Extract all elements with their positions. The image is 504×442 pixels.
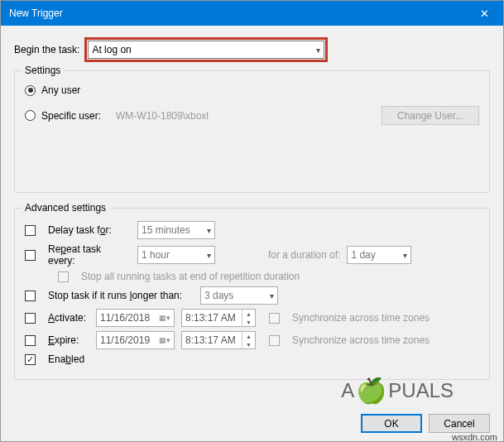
delay-label: Delay task for: bbox=[48, 224, 131, 236]
expire-time: 8:13:17 AM bbox=[185, 334, 236, 346]
stop-longer-row: Stop task if it runs longer than: 3 days… bbox=[25, 286, 479, 305]
watermark-leaf-icon: 🍏 bbox=[356, 376, 386, 405]
window-title: New Trigger bbox=[9, 7, 63, 19]
settings-title: Settings bbox=[22, 65, 64, 76]
advanced-title: Advanced settings bbox=[22, 202, 109, 214]
expire-sync-checkbox bbox=[269, 335, 280, 346]
enabled-label: Enabled bbox=[48, 353, 84, 365]
begin-task-label: Begin the task: bbox=[14, 44, 79, 55]
delay-checkbox[interactable] bbox=[25, 225, 36, 236]
specific-user-row: Specific user: WM-W10-1809\xboxl Change … bbox=[25, 106, 479, 125]
spinner-arrows[interactable]: ▲▼ bbox=[242, 310, 255, 326]
titlebar: New Trigger ✕ bbox=[1, 1, 503, 26]
chevron-down-icon: ▾ bbox=[403, 251, 407, 260]
stop-longer-checkbox[interactable] bbox=[25, 291, 36, 301]
delay-row: Delay task for: 15 minutes ▾ bbox=[25, 221, 479, 239]
chevron-down-icon: ▾ bbox=[207, 226, 211, 235]
enabled-row: Enabled bbox=[25, 353, 479, 365]
calendar-icon: ▦▾ bbox=[159, 336, 170, 344]
advanced-group: Advanced settings Delay task for: 15 min… bbox=[14, 208, 490, 380]
down-icon: ▼ bbox=[242, 318, 255, 326]
up-icon: ▲ bbox=[242, 332, 255, 340]
expire-label: Expire: bbox=[48, 334, 89, 346]
begin-task-combo[interactable]: At log on ▾ bbox=[88, 41, 324, 59]
change-user-button: Change User... bbox=[382, 106, 479, 125]
settings-group: Settings Any user Specific user: WM-W10-… bbox=[14, 70, 490, 193]
stop-repetition-label: Stop all running tasks at end of repetit… bbox=[81, 271, 300, 282]
cancel-button[interactable]: Cancel bbox=[429, 414, 490, 433]
activate-sync-checkbox bbox=[269, 313, 280, 324]
activate-checkbox[interactable] bbox=[25, 313, 36, 324]
activate-row: Activate: 11/16/2018 ▦▾ 8:13:17 AM ▲▼ Sy… bbox=[25, 309, 479, 327]
expire-date-picker[interactable]: 11/16/2019 ▦▾ bbox=[96, 331, 175, 349]
stop-longer-combo[interactable]: 3 days ▾ bbox=[200, 286, 278, 305]
activate-date: 11/16/2018 bbox=[100, 312, 150, 324]
expire-date: 11/16/2019 bbox=[100, 334, 150, 346]
repeat-label: Repeat task every: bbox=[48, 243, 131, 267]
stop-longer-label: Stop task if it runs longer than: bbox=[48, 290, 194, 301]
begin-task-row: Begin the task: At log on ▾ bbox=[14, 37, 490, 62]
duration-combo: 1 day ▾ bbox=[347, 246, 411, 264]
watermark: A🍏PUALS bbox=[341, 376, 454, 405]
chevron-down-icon: ▾ bbox=[207, 251, 211, 260]
calendar-icon: ▦▾ bbox=[159, 314, 170, 322]
chevron-down-icon: ▾ bbox=[270, 291, 274, 300]
expire-sync-label: Synchronize across time zones bbox=[292, 334, 430, 346]
expire-checkbox[interactable] bbox=[25, 335, 36, 346]
up-icon: ▲ bbox=[242, 310, 255, 318]
close-button[interactable]: ✕ bbox=[466, 1, 503, 26]
any-user-radio[interactable] bbox=[25, 85, 36, 96]
specific-user-value: WM-W10-1809\xboxl bbox=[116, 110, 382, 122]
begin-task-highlight: At log on ▾ bbox=[84, 37, 328, 62]
activate-time: 8:13:17 AM bbox=[185, 312, 236, 324]
activate-date-picker[interactable]: 11/16/2018 ▦▾ bbox=[96, 309, 175, 327]
chevron-down-icon: ▾ bbox=[316, 46, 320, 55]
activate-label: Activate: bbox=[48, 312, 89, 324]
repeat-combo[interactable]: 1 hour ▾ bbox=[137, 246, 215, 264]
site-credit: wsxdn.com bbox=[452, 432, 497, 442]
activate-time-spinner[interactable]: 8:13:17 AM ▲▼ bbox=[181, 309, 256, 327]
any-user-label: Any user bbox=[41, 84, 80, 96]
repeat-row: Repeat task every: 1 hour ▾ for a durati… bbox=[25, 243, 479, 267]
begin-task-value: At log on bbox=[92, 44, 131, 55]
close-icon: ✕ bbox=[480, 7, 489, 20]
activate-sync-label: Synchronize across time zones bbox=[292, 312, 430, 324]
duration-label: for a duration of: bbox=[268, 249, 340, 261]
delay-value: 15 minutes bbox=[142, 224, 190, 236]
dialog-window: New Trigger ✕ Begin the task: At log on … bbox=[0, 0, 504, 442]
expire-row: Expire: 11/16/2019 ▦▾ 8:13:17 AM ▲▼ Sync… bbox=[25, 331, 479, 349]
duration-value: 1 day bbox=[351, 249, 375, 261]
down-icon: ▼ bbox=[242, 340, 255, 348]
specific-user-label: Specific user: bbox=[41, 110, 113, 122]
any-user-row[interactable]: Any user bbox=[25, 84, 479, 96]
stop-repetition-row: Stop all running tasks at end of repetit… bbox=[25, 271, 479, 282]
enabled-checkbox[interactable] bbox=[25, 354, 36, 365]
delay-combo[interactable]: 15 minutes ▾ bbox=[137, 221, 215, 239]
ok-button[interactable]: OK bbox=[361, 414, 422, 433]
stop-longer-value: 3 days bbox=[204, 290, 233, 301]
repeat-checkbox[interactable] bbox=[25, 250, 36, 261]
specific-user-radio[interactable] bbox=[25, 110, 36, 121]
stop-repetition-checkbox bbox=[58, 271, 69, 282]
dialog-body: Begin the task: At log on ▾ Settings Any… bbox=[1, 26, 503, 380]
expire-time-spinner[interactable]: 8:13:17 AM ▲▼ bbox=[181, 331, 256, 349]
repeat-value: 1 hour bbox=[142, 249, 170, 261]
dialog-footer: OK Cancel bbox=[361, 414, 490, 433]
spinner-arrows[interactable]: ▲▼ bbox=[242, 332, 255, 348]
